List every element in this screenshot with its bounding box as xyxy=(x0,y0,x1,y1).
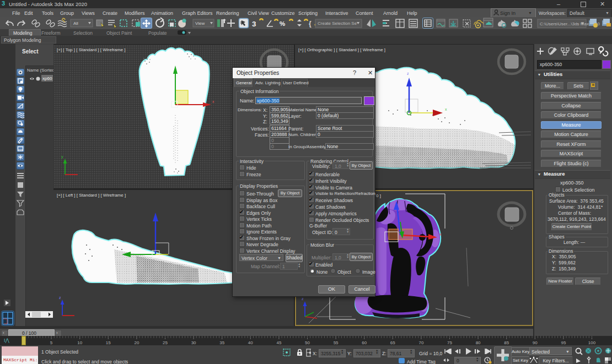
svg-text:85: 85 xyxy=(504,340,509,345)
svg-text:Create Selection Se: Create Selection Se xyxy=(318,21,357,26)
svg-text:z: z xyxy=(407,72,409,75)
svg-text:25: 25 xyxy=(163,340,168,345)
svg-text:95: 95 xyxy=(561,340,566,345)
svg-text:60: 60 xyxy=(362,340,367,345)
svg-text:0 ]: 0 ] xyxy=(376,193,381,198)
svg-text:View: View xyxy=(195,21,205,26)
svg-text:15: 15 xyxy=(106,340,111,345)
svg-text:80: 80 xyxy=(476,340,481,345)
svg-text:55: 55 xyxy=(334,340,339,345)
svg-text:70: 70 xyxy=(418,340,423,345)
svg-text:{: { xyxy=(309,20,312,28)
svg-text:All: All xyxy=(73,21,78,26)
svg-text:50: 50 xyxy=(305,340,310,345)
svg-text:x: x xyxy=(439,232,442,236)
svg-text:x: x xyxy=(445,107,447,111)
svg-text:y: y xyxy=(61,155,63,159)
svg-text:20: 20 xyxy=(134,340,139,345)
svg-text:35: 35 xyxy=(219,340,224,345)
svg-text:5: 5 xyxy=(50,340,53,345)
svg-text:75: 75 xyxy=(447,340,452,345)
svg-text:%: % xyxy=(280,20,285,27)
svg-text:40: 40 xyxy=(248,340,253,345)
svg-text:x: x xyxy=(212,100,214,104)
svg-text:z: z xyxy=(302,297,304,301)
svg-text:30: 30 xyxy=(191,340,196,345)
svg-text:100: 100 xyxy=(588,340,596,345)
svg-text:10: 10 xyxy=(77,340,82,345)
svg-text:65: 65 xyxy=(390,340,395,345)
svg-text:z: z xyxy=(59,296,61,300)
svg-text:90: 90 xyxy=(533,340,538,345)
svg-text:45: 45 xyxy=(276,340,281,345)
svg-text:3: 3 xyxy=(252,20,256,28)
